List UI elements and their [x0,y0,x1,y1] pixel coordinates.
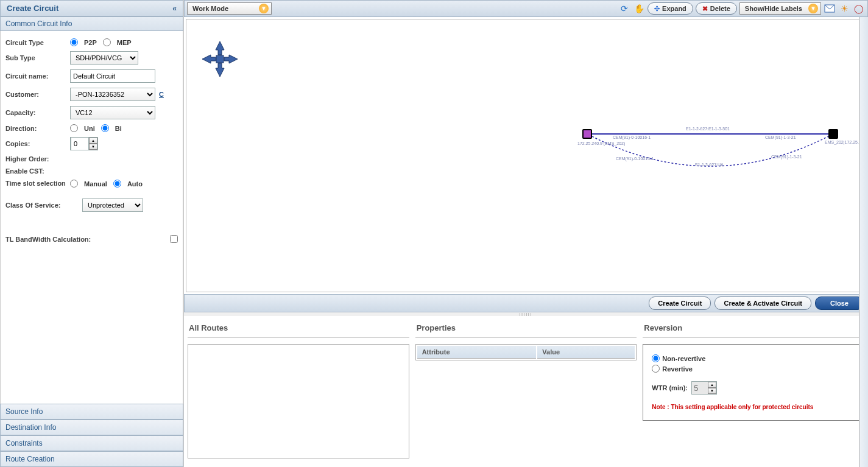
copies-down-icon[interactable]: ▼ [89,144,97,150]
sun-icon[interactable]: ☀ [838,2,850,15]
direction-bi-label: Bi [115,125,122,132]
delete-button[interactable]: ✖ Delete [696,2,737,15]
customer-c-link[interactable]: C [159,91,164,98]
main-area: Work Mode ▼ ⟳ ✋ ✣ Expand ✖ Delete Show/H… [184,0,868,467]
class-of-service-label: Class Of Service: [5,202,79,209]
all-routes-title: All Routes [188,318,409,338]
link-top-mid-label: E1-1-2-627:E1-1-3-501 [686,127,730,131]
common-circuit-info-header[interactable]: Common Circuit Info [0,16,183,31]
wtr-label: WTR (min): [652,384,688,392]
higher-order-label: Higher Order: [5,155,66,163]
life-ring-icon[interactable]: ◯ [853,2,865,15]
action-bar: Create Circuit Create & Activate Circuit… [184,294,868,312]
bottom-panels: All Routes Properties Attribute Value [184,316,868,467]
timeslot-auto-label: Auto [127,180,143,188]
direction-uni-radio[interactable] [70,124,78,132]
tl-bandwidth-label: TL BandWidth Calculation: [5,236,166,243]
customer-select[interactable]: -PON-13236352 [70,88,155,101]
hand-pan-icon[interactable]: ✋ [633,2,645,15]
circuit-type-mep-radio[interactable] [103,38,111,46]
work-mode-label: Work Mode [192,5,228,12]
source-info-header[interactable]: Source Info [0,404,183,420]
timeslot-manual-radio[interactable] [70,180,78,188]
destination-info-header[interactable]: Destination Info [0,420,183,435]
wtr-input [692,382,708,394]
common-circuit-info-body: Circuit Type P2P MEP Sub Type SDH/PDH/VC… [0,31,183,404]
show-hide-labels-label: Show/Hide Labels [745,5,802,12]
create-activate-circuit-button[interactable]: Create & Activate Circuit [715,297,811,310]
svg-rect-1 [216,55,224,63]
timeslot-auto-radio[interactable] [113,180,121,188]
reversion-box: Non-revertive Revertive WTR (min): ▲ [643,344,864,421]
tl-bandwidth-checkbox[interactable] [170,235,178,243]
capacity-select[interactable]: VC12 [70,106,155,119]
link-bottom-mid-label: E1-1-3-627:UA [695,163,724,167]
all-routes-panel: All Routes [188,318,409,465]
all-routes-listbox[interactable] [188,344,409,458]
vertical-scrollbar[interactable] [859,17,868,467]
direction-bi-radio[interactable] [101,124,109,132]
wtr-down-icon[interactable]: ▼ [708,388,716,394]
properties-panel: Properties Attribute Value [415,318,637,465]
reversion-title: Reversion [643,318,864,338]
panel-title: Create Circuit [7,4,58,13]
constraints-header[interactable]: Constraints [0,435,183,451]
class-of-service-select[interactable]: Unprotected [82,198,143,212]
route-creation-header[interactable]: Route Creation [0,451,183,467]
link-top-right-label: CEM(91)-1-3-21 [765,135,796,139]
copies-up-icon[interactable]: ▲ [89,138,97,144]
arrow-down-icon: ▼ [259,4,269,13]
properties-title: Properties [415,318,637,338]
topology-canvas[interactable]: 172.25.240.9 (EMS_202) EMS_202|172.25.23… [186,19,866,292]
node-left-label: 172.25.240.9 (EMS_202) [577,141,625,146]
link-bottom-left-label: CEM(91)-0-10015-1 [616,156,654,161]
link-bottom-right-label: CEM(91)-1-3-21 [771,155,802,159]
non-revertive-label: Non-revertive [662,355,705,362]
envelope-icon[interactable] [824,2,836,15]
create-circuit-button[interactable]: Create Circuit [649,297,711,310]
wtr-up-icon[interactable]: ▲ [708,382,716,388]
circuit-type-p2p-radio[interactable] [70,38,78,46]
revertive-label: Revertive [662,365,693,373]
non-revertive-radio[interactable] [652,354,660,362]
copies-spinner[interactable]: ▲ ▼ [70,137,98,150]
sidebar: Create Circuit « Common Circuit Info Cir… [0,0,184,467]
collapse-icon[interactable]: « [172,4,177,13]
enable-cst-label: Enable CST: [5,167,66,175]
reversion-note: Note : This setting applicable only for … [652,403,855,412]
revertive-radio[interactable] [652,365,660,373]
sub-type-label: Sub Type [5,54,66,61]
toolbar: Work Mode ▼ ⟳ ✋ ✣ Expand ✖ Delete Show/H… [184,0,868,17]
direction-label: Direction: [5,125,66,132]
timeslot-selection-label: Time slot selection [5,180,66,188]
link-top-left-label: CEM(91)-0-10016-1 [613,135,651,139]
circuit-type-label: Circuit Type [5,39,66,46]
capacity-label: Capacity: [5,109,66,116]
expand-button[interactable]: ✣ Expand [647,2,693,15]
direction-uni-label: Uni [84,125,95,132]
timeslot-manual-label: Manual [84,180,107,188]
reversion-panel: Reversion Non-revertive Revertive WTR (m… [643,318,864,465]
topology-node-left[interactable] [582,129,592,139]
properties-col-attribute: Attribute [417,346,537,359]
copies-input[interactable] [71,137,89,150]
create-circuit-header[interactable]: Create Circuit « [0,0,183,16]
topology-node-right[interactable] [828,129,838,139]
circuit-name-label: Circuit name: [5,72,66,80]
close-button[interactable]: Close [815,297,864,310]
delete-x-icon: ✖ [702,5,708,13]
refresh-icon[interactable]: ⟳ [618,2,630,15]
pan-control[interactable] [199,38,241,80]
copies-label: Copies: [5,140,66,147]
arrow-down-icon: ▼ [808,4,818,13]
circuit-type-p2p-label: P2P [84,39,97,46]
delete-label: Delete [710,5,730,12]
show-hide-labels-dropdown[interactable]: Show/Hide Labels ▼ [739,2,821,15]
circuit-name-input[interactable] [70,69,155,83]
properties-table: Attribute Value [415,344,637,360]
expand-icon: ✣ [654,5,660,13]
customer-label: Customer: [5,91,66,98]
work-mode-dropdown[interactable]: Work Mode ▼ [187,2,272,15]
wtr-spinner[interactable]: ▲ ▼ [691,381,717,395]
sub-type-select[interactable]: SDH/PDH/VCG [70,51,138,65]
